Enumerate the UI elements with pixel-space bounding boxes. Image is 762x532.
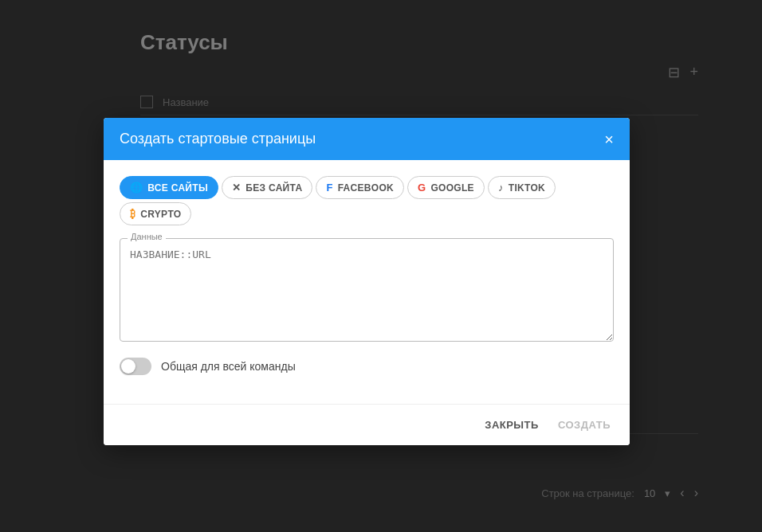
modal-header: Создать стартовые страницы × [104, 118, 630, 160]
tiktok-icon: ♪ [498, 182, 504, 194]
tab-all-sites-label: ВСЕ САЙТЫ [147, 182, 208, 194]
data-field-wrapper: Данные [120, 238, 614, 345]
data-textarea[interactable] [120, 238, 614, 342]
tab-facebook[interactable]: f FACEBOOK [316, 176, 404, 199]
tab-crypto-label: CRYPTO [140, 209, 181, 220]
modal-footer: ЗАКРЫТЬ СОЗДАТЬ [104, 404, 630, 445]
team-toggle-label: Общая для всей команды [161, 360, 296, 373]
tab-crypto[interactable]: ₿ CRYPTO [120, 202, 191, 225]
site-tabs: 🌐 ВСЕ САЙТЫ ✕ БЕЗ САЙТА f FACEBOOK G GOO… [120, 176, 614, 225]
google-icon: G [418, 182, 426, 194]
team-toggle[interactable] [120, 358, 151, 375]
modal-close-button[interactable]: × [604, 131, 614, 147]
team-toggle-row: Общая для всей команды [120, 358, 614, 375]
close-button[interactable]: ЗАКРЫТЬ [481, 414, 542, 436]
modal-title: Создать стартовые страницы [120, 131, 316, 147]
tab-tiktok[interactable]: ♪ TIKTOK [488, 176, 556, 199]
tab-google[interactable]: G GOOGLE [407, 176, 485, 199]
tab-all-sites[interactable]: 🌐 ВСЕ САЙТЫ [120, 176, 218, 199]
tab-facebook-label: FACEBOOK [338, 182, 394, 194]
create-pages-modal: Создать стартовые страницы × 🌐 ВСЕ САЙТЫ… [104, 118, 630, 445]
tab-no-site-label: БЕЗ САЙТА [245, 182, 302, 194]
modal-body: 🌐 ВСЕ САЙТЫ ✕ БЕЗ САЙТА f FACEBOOK G GOO… [104, 160, 630, 404]
no-site-icon: ✕ [232, 182, 241, 194]
facebook-icon: f [326, 182, 332, 194]
tab-google-label: GOOGLE [430, 182, 473, 194]
tab-tiktok-label: TIKTOK [509, 182, 545, 194]
tab-no-site[interactable]: ✕ БЕЗ САЙТА [222, 176, 312, 199]
crypto-icon: ₿ [130, 208, 136, 220]
data-field-label: Данные [128, 232, 166, 241]
create-button[interactable]: СОЗДАТЬ [555, 414, 614, 436]
globe-icon: 🌐 [130, 182, 143, 194]
toggle-thumb [121, 359, 136, 374]
